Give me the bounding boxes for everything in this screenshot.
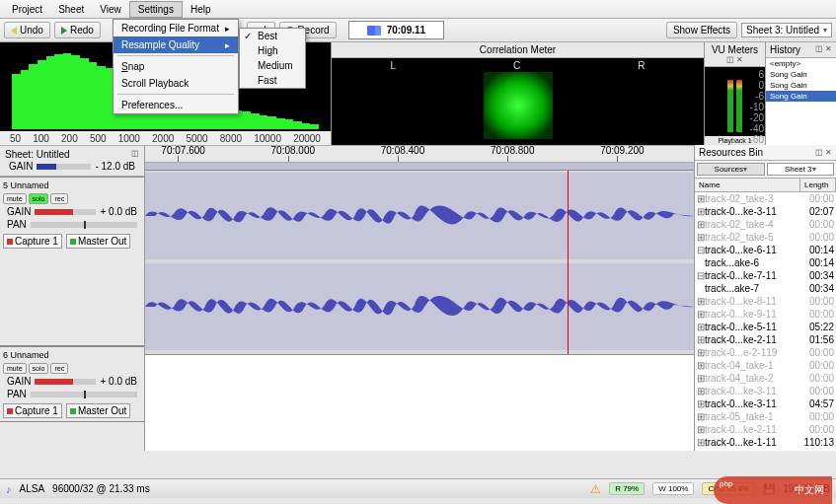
track-pan-slider[interactable]: [31, 222, 137, 228]
capture-bus[interactable]: Capture 1: [3, 234, 62, 249]
list-item[interactable]: ⊞track-0...e-2-11900:00: [695, 346, 836, 359]
panel-controls-icon[interactable]: ◫ ✕: [815, 148, 832, 157]
solo-button[interactable]: solo: [29, 193, 49, 204]
correlation-display: LCR: [332, 58, 704, 145]
list-item[interactable]: ⊞track-0...ke-3-1100:00: [695, 385, 836, 397]
resources-list[interactable]: ⊞track-02_take-300:00⊞track-0...ke-3-110…: [695, 192, 836, 451]
input-icon: [7, 408, 13, 414]
resources-title: Resources Bin: [699, 147, 763, 158]
list-item[interactable]: ⊞track-0...ke-9-1100:00: [695, 308, 836, 321]
info-icon[interactable]: ⚠: [590, 482, 601, 496]
track-5-waveform[interactable]: [145, 171, 694, 451]
timecode-value: 70:09.11: [387, 25, 425, 36]
list-item[interactable]: ⊟track-0...ke-7-1100:34: [695, 269, 836, 282]
menu-resample-quality[interactable]: Resample Quality: [114, 36, 238, 53]
vu-meters-panel: VU Meters ◫ ✕ 60-6-10-20-40-60 Playback …: [704, 42, 765, 145]
list-item[interactable]: ⊞track-04_take-100:00: [695, 359, 836, 372]
quality-medium[interactable]: Medium: [240, 58, 305, 73]
history-item[interactable]: Song Gain: [766, 91, 836, 102]
col-length[interactable]: Length: [800, 179, 836, 191]
settings-dropdown: Recording File Format Resample Quality S…: [113, 19, 239, 114]
corr-c: C: [513, 60, 520, 71]
history-title: History: [770, 44, 800, 55]
menu-label: Recording File Format: [121, 23, 219, 34]
col-name[interactable]: Name: [695, 179, 800, 191]
mute-button[interactable]: mute: [3, 363, 27, 374]
output-icon: [70, 408, 76, 414]
menu-scroll-playback[interactable]: Scroll Playback: [114, 75, 238, 92]
menu-sheet[interactable]: Sheet: [50, 2, 92, 17]
menu-snap[interactable]: Snap: [114, 58, 238, 75]
list-item[interactable]: ⊞track-02_take-500:00: [695, 231, 836, 244]
master-bus[interactable]: Master Out: [66, 234, 130, 249]
wave-icon: [367, 26, 381, 36]
audio-clip[interactable]: [145, 173, 694, 259]
separator: [117, 94, 234, 95]
track-gain-slider[interactable]: [35, 379, 96, 385]
button-label: Redo: [70, 25, 94, 36]
list-item[interactable]: track...ake-700:34: [695, 282, 836, 295]
sources-tab[interactable]: Sources: [697, 163, 765, 176]
history-item[interactable]: Song Gain: [766, 69, 836, 80]
panel-controls-icon[interactable]: ◫ ✕: [815, 44, 832, 55]
mute-button[interactable]: mute: [3, 193, 27, 204]
menu-project[interactable]: Project: [4, 2, 50, 17]
time-ruler[interactable]: 70:07.60070:08.00070:08.40070:08.80070:0…: [145, 145, 694, 163]
bus-label: Capture 1: [15, 236, 58, 247]
waveform-column: 70:07.60070:08.00070:08.40070:08.80070:0…: [144, 145, 694, 451]
list-item[interactable]: track...ake-600:14: [695, 256, 836, 269]
list-item[interactable]: ⊞track-0...ke-8-1100:00: [695, 295, 836, 308]
rec-button[interactable]: rec: [50, 193, 68, 204]
resample-quality-submenu: Best High Medium Fast: [239, 28, 306, 89]
list-item[interactable]: ⊞track-0...ke-1-11110:13: [695, 436, 836, 449]
list-item[interactable]: ⊞track-0...ke-3-1104:57: [695, 397, 836, 410]
sheet-selector[interactable]: Sheet 3: Untitled: [741, 23, 832, 37]
correlation-title: Correlation Meter: [332, 42, 704, 58]
list-item[interactable]: ⊞track-02_take-400:00: [695, 218, 836, 231]
quality-fast[interactable]: Fast: [240, 73, 305, 88]
audio-clip[interactable]: [145, 263, 694, 350]
redo-icon: [61, 27, 67, 35]
marker-strip[interactable]: [145, 163, 694, 171]
undo-button[interactable]: Undo: [4, 22, 50, 38]
track-column: Sheet: Untitled◫ GAIN- 12.0 dB 5 Unnamed…: [0, 145, 144, 451]
list-item[interactable]: ⊞track-05_take-100:00: [695, 410, 836, 423]
list-item[interactable]: ⊞track-02_take-300:00: [695, 192, 836, 205]
list-item[interactable]: ⊞track-0...ke-3-1102:07: [695, 205, 836, 218]
menu-settings[interactable]: Settings: [129, 1, 183, 18]
menu-recording-format[interactable]: Recording File Format: [114, 20, 238, 36]
list-item[interactable]: ⊞track-04_take-200:00: [695, 372, 836, 385]
list-item[interactable]: ⊟track-0...ke-6-1100:14: [695, 244, 836, 256]
list-item[interactable]: ⊞track-0...ke-2-1100:00: [695, 423, 836, 436]
main-area: Sheet: Untitled◫ GAIN- 12.0 dB 5 Unnamed…: [0, 145, 836, 451]
menu-preferences[interactable]: Preferences...: [114, 97, 238, 113]
solo-button[interactable]: solo: [29, 363, 49, 374]
quality-high[interactable]: High: [240, 43, 305, 58]
bus-label: Capture 1: [15, 405, 58, 416]
show-effects-button[interactable]: Show Effects: [666, 22, 737, 38]
track-pan-slider[interactable]: [31, 392, 137, 397]
capture-bus[interactable]: Capture 1: [3, 403, 62, 418]
redo-button[interactable]: Redo: [54, 22, 101, 38]
timecode-display: 70:09.11: [348, 21, 444, 39]
list-item[interactable]: ⊞track-0...ke-5-1105:22: [695, 321, 836, 333]
history-item[interactable]: Song Gain: [766, 80, 836, 91]
sheet-gain-slider[interactable]: [37, 164, 91, 170]
corr-l: L: [390, 60, 396, 71]
master-bus[interactable]: Master Out: [66, 403, 130, 418]
input-icon: [7, 239, 13, 245]
sheet-header: Sheet: Untitled◫ GAIN- 12.0 dB: [0, 145, 144, 177]
quality-best[interactable]: Best: [240, 29, 305, 43]
menu-view[interactable]: View: [92, 2, 129, 17]
track-6-waveform[interactable]: [145, 354, 694, 451]
gain-label: GAIN: [7, 376, 31, 387]
list-item[interactable]: ⊞track-0...ke-2-1101:56: [695, 333, 836, 346]
button-label: Undo: [20, 25, 43, 36]
vu-bar-r: [736, 80, 742, 132]
sheet-tab[interactable]: Sheet 3: [767, 163, 835, 176]
track-gain-slider[interactable]: [35, 209, 96, 215]
menu-help[interactable]: Help: [183, 2, 219, 17]
note-icon: ♪: [6, 483, 12, 495]
history-item[interactable]: <empty>: [766, 58, 836, 69]
rec-button[interactable]: rec: [50, 363, 68, 374]
